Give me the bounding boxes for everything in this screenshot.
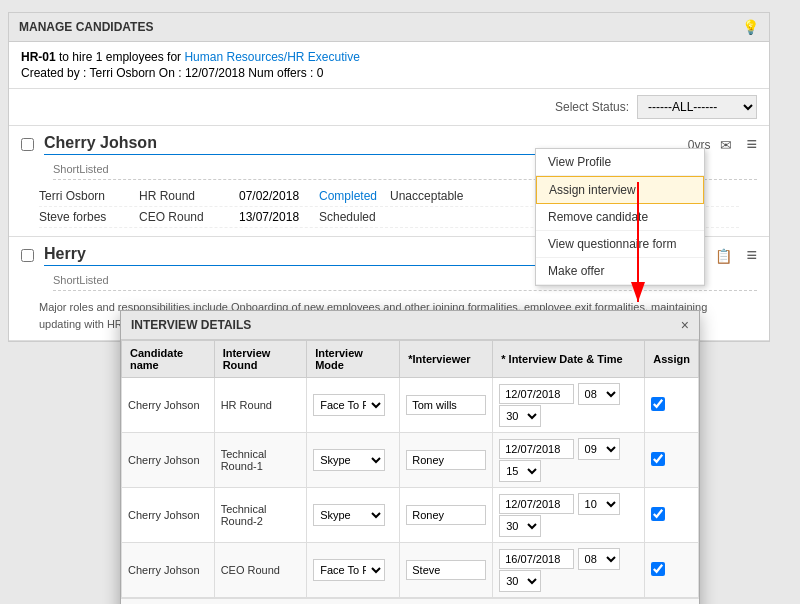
- num-offers: 0: [317, 66, 324, 80]
- round-1: HR Round: [139, 189, 239, 203]
- assign-checkbox-0[interactable]: [651, 397, 665, 411]
- date-input-3[interactable]: [499, 549, 574, 569]
- modal-header: INTERVIEW DETAILS ×: [121, 311, 699, 340]
- manage-candidates-header: MANAGE CANDIDATES 💡: [9, 13, 769, 42]
- status-label: Select Status:: [555, 100, 629, 114]
- col-interview-mode: Interview Mode: [307, 341, 400, 378]
- status-completed-1: Completed: [319, 189, 377, 203]
- table-row: Cherry Johson Technical Round-1 Skype Sk…: [122, 433, 699, 488]
- row-datetime[interactable]: 10 30: [493, 488, 645, 543]
- status-scheduled-2: Scheduled: [319, 210, 376, 224]
- bulb-icon: 💡: [742, 19, 759, 35]
- table-row: Cherry Johson HR Round Face To F Skype P…: [122, 378, 699, 433]
- min-select-2[interactable]: 30: [499, 515, 541, 537]
- row-mode[interactable]: Face To F Skype Phone: [307, 543, 400, 598]
- row-datetime[interactable]: 08 30: [493, 378, 645, 433]
- row-assign[interactable]: [645, 433, 699, 488]
- col-interviewer: *Interviewer: [400, 341, 493, 378]
- modal-footer: Submit Cancel: [121, 598, 699, 604]
- interview-table: Candidate name Interview Round Interview…: [121, 340, 699, 598]
- menu-icon-candidate-2[interactable]: ≡: [746, 245, 757, 266]
- row-assign[interactable]: [645, 543, 699, 598]
- mode-select-2[interactable]: Skype Skype Phone: [313, 504, 385, 526]
- row-interviewer[interactable]: [400, 543, 493, 598]
- col-assign: Assign: [645, 341, 699, 378]
- interviewer-input-1[interactable]: [406, 450, 486, 470]
- assign-checkbox-1[interactable]: [651, 452, 665, 466]
- date-input-0[interactable]: [499, 384, 574, 404]
- row-mode[interactable]: Face To F Skype Phone: [307, 378, 400, 433]
- to-hire-label: to hire: [59, 50, 96, 64]
- date-2: 13/07/2018: [239, 210, 319, 224]
- interviewer-name-1: Terri Osborn: [39, 189, 139, 203]
- status-bar: Select Status: ------ALL------ ShortList…: [9, 89, 769, 126]
- row-assign[interactable]: [645, 488, 699, 543]
- date-input-2[interactable]: [499, 494, 574, 514]
- date-1: 07/02/2018: [239, 189, 319, 203]
- row-datetime[interactable]: 08 30: [493, 543, 645, 598]
- hour-select-3[interactable]: 08: [578, 548, 620, 570]
- row-interviewer[interactable]: [400, 433, 493, 488]
- row-candidate-name: Cherry Johson: [122, 488, 215, 543]
- dept-link[interactable]: Human Resources/HR Executive: [184, 50, 359, 64]
- min-select-3[interactable]: 30: [499, 570, 541, 592]
- candidate-1-checkbox[interactable]: [21, 138, 34, 151]
- info-bar: HR-01 to hire 1 employees for Human Reso…: [9, 42, 769, 89]
- red-arrow: [628, 172, 728, 317]
- employees-label: employees for: [106, 50, 185, 64]
- row-datetime[interactable]: 09 15: [493, 433, 645, 488]
- row-interviewer[interactable]: [400, 488, 493, 543]
- interviewer-name-2: Steve forbes: [39, 210, 139, 224]
- page-title: MANAGE CANDIDATES: [19, 20, 153, 34]
- table-row: Cherry Johson Technical Round-2 Skype Sk…: [122, 488, 699, 543]
- col-interview-round: Interview Round: [214, 341, 307, 378]
- date-input-1[interactable]: [499, 439, 574, 459]
- interviewer-input-0[interactable]: [406, 395, 486, 415]
- hire-count: 1: [96, 50, 103, 64]
- candidate-2-checkbox[interactable]: [21, 249, 34, 262]
- created-date: 12/07/2018: [185, 66, 245, 80]
- col-datetime: * Interview Date & Time: [493, 341, 645, 378]
- row-round: CEO Round: [214, 543, 307, 598]
- email-icon[interactable]: ✉: [720, 137, 732, 153]
- row-round: HR Round: [214, 378, 307, 433]
- mode-select-1[interactable]: Skype Skype Phone: [313, 449, 385, 471]
- row-round: Technical Round-1: [214, 433, 307, 488]
- row-candidate-name: Cherry Johson: [122, 433, 215, 488]
- row-candidate-name: Cherry Johson: [122, 378, 215, 433]
- row-candidate-name: Cherry Johson: [122, 543, 215, 598]
- hr-code: HR-01: [21, 50, 56, 64]
- min-select-0[interactable]: 30: [499, 405, 541, 427]
- interviewer-input-3[interactable]: [406, 560, 486, 580]
- mode-select-3[interactable]: Face To F Skype Phone: [313, 559, 385, 581]
- modal-title: INTERVIEW DETAILS: [131, 318, 251, 332]
- mode-select-0[interactable]: Face To F Skype Phone: [313, 394, 385, 416]
- result-1: Unacceptable: [390, 189, 463, 203]
- col-candidate-name: Candidate name: [122, 341, 215, 378]
- row-mode[interactable]: Skype Skype Phone: [307, 433, 400, 488]
- row-round: Technical Round-2: [214, 488, 307, 543]
- assign-checkbox-2[interactable]: [651, 507, 665, 521]
- modal-close-button[interactable]: ×: [681, 317, 689, 333]
- hour-select-2[interactable]: 10: [578, 493, 620, 515]
- row-mode[interactable]: Skype Skype Phone: [307, 488, 400, 543]
- row-interviewer[interactable]: [400, 378, 493, 433]
- created-by: Created by : Terri Osborn: [21, 66, 156, 80]
- on-label: On :: [159, 66, 182, 80]
- hour-select-1[interactable]: 09: [578, 438, 620, 460]
- table-row: Cherry Johson CEO Round Face To F Skype …: [122, 543, 699, 598]
- num-offers-label: Num offers :: [248, 66, 313, 80]
- status-select[interactable]: ------ALL------ ShortListed Rejected On …: [637, 95, 757, 119]
- interview-details-modal: INTERVIEW DETAILS × Candidate name Inter…: [120, 310, 700, 604]
- hour-select-0[interactable]: 08: [578, 383, 620, 405]
- min-select-1[interactable]: 15: [499, 460, 541, 482]
- interviewer-input-2[interactable]: [406, 505, 486, 525]
- assign-checkbox-3[interactable]: [651, 562, 665, 576]
- row-assign[interactable]: [645, 378, 699, 433]
- menu-icon-candidate-1[interactable]: ≡: [746, 134, 757, 155]
- round-2: CEO Round: [139, 210, 239, 224]
